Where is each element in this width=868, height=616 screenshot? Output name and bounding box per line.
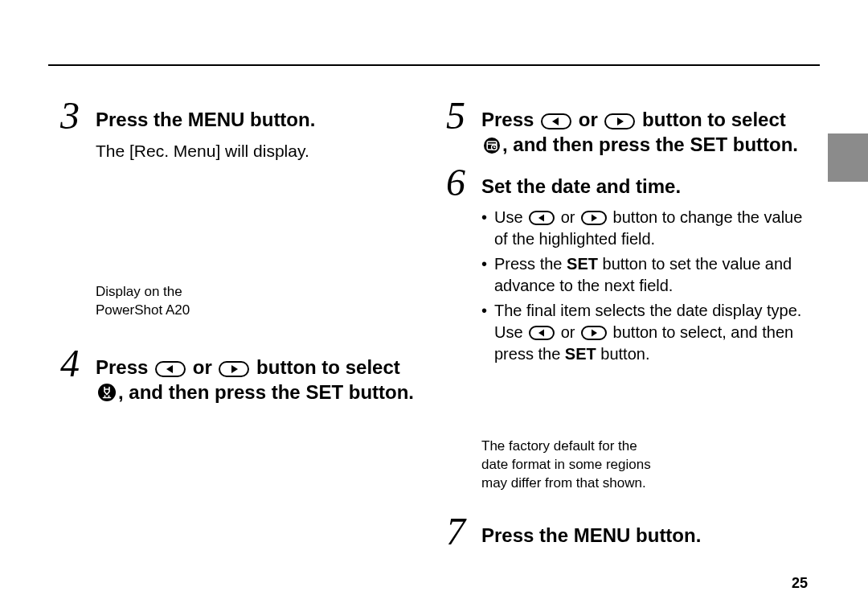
section-tab — [828, 133, 868, 182]
step-4: 4 Press or button to select , and then p… — [60, 344, 422, 405]
step-title: Press or button to select , and then pre… — [96, 344, 422, 405]
step-6-bullets: Use or button to change the value of the… — [481, 207, 808, 365]
text: Press — [481, 109, 539, 130]
left-arrow-icon — [529, 326, 555, 340]
step-title: Press the MENU button. — [481, 512, 701, 548]
left-arrow-icon — [529, 211, 555, 225]
bullet-item: Press the SET button to set the value an… — [481, 253, 808, 297]
step-number: 5 — [446, 97, 473, 135]
setup-icon — [97, 383, 117, 402]
step-title: Press or button to select , and then pre… — [481, 97, 808, 157]
left-arrow-icon — [155, 361, 186, 377]
step-6-note: The factory default for the date format … — [481, 437, 658, 493]
step-3-body: The [Rec. Menu] will display. — [96, 140, 422, 162]
step-number: 3 — [60, 97, 88, 135]
text: , and then press the SET button. — [502, 133, 798, 155]
bullet-item: Use or button to change the value of the… — [481, 207, 808, 250]
step-number: 7 — [446, 512, 473, 551]
text: or — [573, 109, 603, 130]
text: Use — [494, 208, 527, 226]
set-keyword: SET — [567, 255, 598, 273]
step-number: 4 — [60, 344, 88, 383]
text: or — [556, 208, 579, 226]
step-7: 7 Press the MENU button. — [446, 512, 808, 551]
step-number: 6 — [446, 163, 473, 202]
text: Press — [96, 356, 154, 378]
right-column: 5 Press or button to select , and then p… — [446, 97, 808, 568]
right-arrow-icon — [219, 361, 249, 377]
bullet-item: The final item selects the date display … — [481, 300, 808, 365]
text: Press the — [494, 255, 567, 273]
manual-page: 3 Press the MENU button. The [Rec. Menu]… — [0, 0, 868, 616]
right-arrow-icon — [604, 113, 635, 129]
text: button. — [596, 345, 650, 363]
right-arrow-icon — [581, 326, 607, 340]
figure-caption: Display on the PowerShot A20 — [96, 283, 422, 320]
step-5: 5 Press or button to select , and then p… — [446, 97, 808, 157]
text: or — [187, 356, 217, 378]
step-6: 6 Set the date and time. — [446, 163, 808, 202]
step-title: Set the date and time. — [481, 163, 681, 199]
left-arrow-icon — [541, 113, 571, 129]
left-column: 3 Press the MENU button. The [Rec. Menu]… — [60, 97, 422, 568]
text: or — [556, 323, 579, 341]
page-number: 25 — [792, 575, 808, 592]
text: button to select — [251, 356, 399, 378]
step-title: Press the MENU button. — [96, 97, 315, 133]
set-keyword: SET — [565, 345, 596, 363]
right-arrow-icon — [581, 211, 607, 225]
datetime-icon — [483, 137, 501, 154]
top-rule — [48, 64, 820, 66]
text: , and then press the SET button. — [118, 381, 414, 403]
step-3: 3 Press the MENU button. — [60, 97, 422, 135]
two-column-layout: 3 Press the MENU button. The [Rec. Menu]… — [60, 97, 808, 568]
text: button to select — [637, 109, 785, 130]
